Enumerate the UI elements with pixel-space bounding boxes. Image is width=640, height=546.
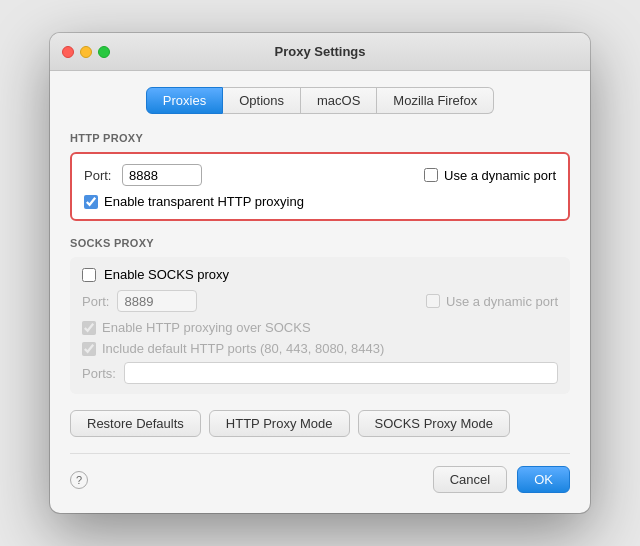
socks-enable-checkbox[interactable]: [82, 268, 96, 282]
window-title: Proxy Settings: [274, 44, 365, 59]
socks-default-ports-label: Include default HTTP ports (80, 443, 808…: [102, 341, 384, 356]
http-dynamic-port-checkbox[interactable]: [424, 168, 438, 182]
action-buttons: Restore Defaults HTTP Proxy Mode SOCKS P…: [70, 410, 570, 437]
tab-options[interactable]: Options: [223, 87, 301, 114]
http-transparent-label: Enable transparent HTTP proxying: [104, 194, 304, 209]
socks-port-input[interactable]: [117, 290, 197, 312]
minimize-button[interactable]: [80, 46, 92, 58]
tab-macos[interactable]: macOS: [301, 87, 377, 114]
socks-dynamic-port-checkbox[interactable]: [426, 294, 440, 308]
http-proxy-label: HTTP Proxy: [70, 132, 570, 144]
footer: ? Cancel OK: [70, 453, 570, 493]
http-proxy-box: Port: Use a dynamic port Enable transpar…: [70, 152, 570, 221]
ok-button[interactable]: OK: [517, 466, 570, 493]
socks-dynamic-port-label: Use a dynamic port: [446, 294, 558, 309]
socks-http-over-socks-label: Enable HTTP proxying over SOCKS: [102, 320, 311, 335]
http-port-label: Port:: [84, 168, 114, 183]
http-dynamic-port-row: Use a dynamic port: [210, 168, 556, 183]
traffic-lights: [62, 46, 110, 58]
window-content: Proxies Options macOS Mozilla Firefox HT…: [50, 71, 590, 513]
http-port-row: Port: Use a dynamic port: [84, 164, 556, 186]
http-proxy-section: HTTP Proxy Port: Use a dynamic port Enab…: [70, 132, 570, 221]
proxy-settings-window: Proxy Settings Proxies Options macOS Moz…: [50, 33, 590, 513]
socks-proxy-section: SOCKS Proxy Enable SOCKS proxy Port: Use…: [70, 237, 570, 394]
http-transparent-checkbox[interactable]: [84, 195, 98, 209]
socks-http-over-socks-row: Enable HTTP proxying over SOCKS: [82, 320, 558, 335]
tab-mozilla[interactable]: Mozilla Firefox: [377, 87, 494, 114]
close-button[interactable]: [62, 46, 74, 58]
socks-http-over-socks-checkbox[interactable]: [82, 321, 96, 335]
http-proxy-mode-button[interactable]: HTTP Proxy Mode: [209, 410, 350, 437]
tab-proxies[interactable]: Proxies: [146, 87, 223, 114]
socks-proxy-mode-button[interactable]: SOCKS Proxy Mode: [358, 410, 511, 437]
socks-ports-label: Ports:: [82, 366, 116, 381]
socks-enable-row: Enable SOCKS proxy: [82, 267, 558, 282]
socks-ports-input-row: Ports:: [82, 362, 558, 384]
socks-default-ports-row: Include default HTTP ports (80, 443, 808…: [82, 341, 558, 356]
socks-enable-label: Enable SOCKS proxy: [104, 267, 229, 282]
titlebar: Proxy Settings: [50, 33, 590, 71]
socks-dynamic-port-row: Use a dynamic port: [205, 294, 558, 309]
socks-proxy-label: SOCKS Proxy: [70, 237, 570, 249]
help-icon-label: ?: [76, 474, 82, 486]
socks-default-ports-checkbox[interactable]: [82, 342, 96, 356]
socks-port-row: Port: Use a dynamic port: [82, 290, 558, 312]
socks-port-label: Port:: [82, 294, 109, 309]
socks-ports-input[interactable]: [124, 362, 558, 384]
cancel-button[interactable]: Cancel: [433, 466, 507, 493]
restore-defaults-button[interactable]: Restore Defaults: [70, 410, 201, 437]
http-port-input[interactable]: [122, 164, 202, 186]
http-dynamic-port-label: Use a dynamic port: [444, 168, 556, 183]
http-transparent-row: Enable transparent HTTP proxying: [84, 194, 556, 209]
help-button[interactable]: ?: [70, 471, 88, 489]
socks-proxy-box: Enable SOCKS proxy Port: Use a dynamic p…: [70, 257, 570, 394]
maximize-button[interactable]: [98, 46, 110, 58]
tab-bar: Proxies Options macOS Mozilla Firefox: [70, 87, 570, 114]
